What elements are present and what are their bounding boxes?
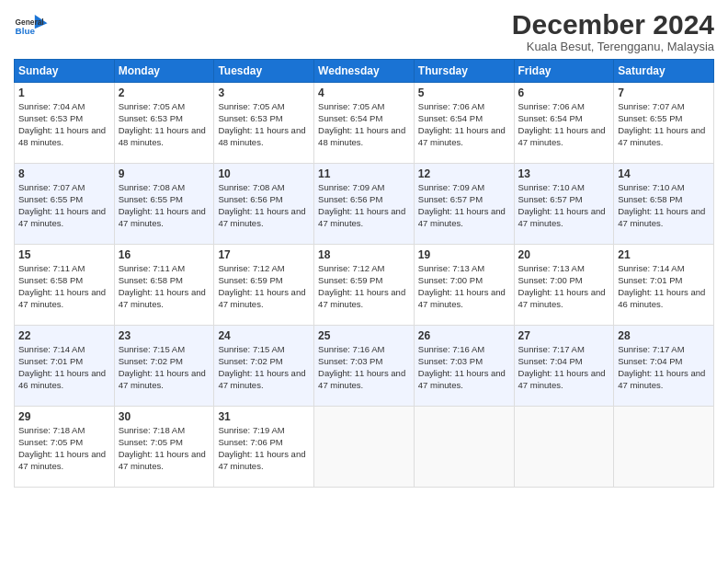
sunset-text: Sunset: 7:04 PM (618, 356, 682, 366)
sunset-text: Sunset: 6:55 PM (119, 194, 183, 204)
sunrise-text: Sunrise: 7:11 AM (18, 263, 85, 273)
day-number: 2 (119, 86, 210, 100)
day-number: 24 (218, 328, 310, 343)
table-row: 19Sunrise: 7:13 AMSunset: 7:00 PMDayligh… (414, 245, 514, 326)
table-row: 17Sunrise: 7:12 AMSunset: 6:59 PMDayligh… (214, 245, 314, 326)
col-monday: Monday (114, 60, 214, 83)
sunrise-text: Sunrise: 7:15 AM (119, 344, 185, 354)
sunrise-text: Sunrise: 7:07 AM (618, 101, 684, 111)
col-friday: Friday (514, 60, 614, 83)
sunrise-text: Sunrise: 7:06 AM (418, 101, 484, 111)
sunrise-text: Sunrise: 7:08 AM (218, 182, 284, 192)
daylight-text: Daylight: 11 hours and 47 minutes. (618, 368, 705, 390)
sunset-text: Sunset: 6:57 PM (418, 194, 483, 204)
daylight-text: Daylight: 11 hours and 47 minutes. (18, 449, 106, 471)
day-number: 29 (18, 409, 110, 424)
table-row: 3Sunrise: 7:05 AMSunset: 6:53 PMDaylight… (214, 83, 314, 164)
sunrise-text: Sunrise: 7:12 AM (318, 263, 384, 273)
daylight-text: Daylight: 11 hours and 47 minutes. (18, 287, 106, 309)
calendar-table: Sunday Monday Tuesday Wednesday Thursday… (14, 59, 714, 488)
daylight-text: Daylight: 11 hours and 47 minutes. (418, 368, 506, 390)
table-row: 1Sunrise: 7:04 AMSunset: 6:53 PMDaylight… (15, 83, 115, 164)
sunset-text: Sunset: 7:00 PM (418, 275, 483, 285)
sunset-text: Sunset: 6:58 PM (618, 194, 682, 204)
col-wednesday: Wednesday (314, 60, 415, 83)
day-number: 11 (318, 167, 410, 181)
sunset-text: Sunset: 7:00 PM (518, 275, 583, 285)
sunset-text: Sunset: 6:58 PM (18, 275, 83, 285)
table-row: 8Sunrise: 7:07 AMSunset: 6:55 PMDaylight… (15, 164, 115, 245)
day-number: 26 (418, 328, 510, 343)
sunrise-text: Sunrise: 7:19 AM (218, 425, 284, 435)
day-number: 25 (318, 328, 410, 343)
daylight-text: Daylight: 11 hours and 47 minutes. (318, 287, 405, 309)
calendar-week-row: 22Sunrise: 7:14 AMSunset: 7:01 PMDayligh… (15, 326, 714, 407)
sunrise-text: Sunrise: 7:18 AM (18, 425, 85, 435)
daylight-text: Daylight: 11 hours and 46 minutes. (18, 368, 106, 390)
calendar-header-row: Sunday Monday Tuesday Wednesday Thursday… (15, 60, 714, 83)
sunset-text: Sunset: 7:05 PM (119, 437, 183, 447)
table-row: 7Sunrise: 7:07 AMSunset: 6:55 PMDaylight… (614, 83, 714, 164)
sunset-text: Sunset: 6:55 PM (618, 113, 682, 123)
sunrise-text: Sunrise: 7:13 AM (418, 263, 484, 273)
sunrise-text: Sunrise: 7:18 AM (119, 425, 185, 435)
table-row: 21Sunrise: 7:14 AMSunset: 7:01 PMDayligh… (614, 245, 714, 326)
table-row: 12Sunrise: 7:09 AMSunset: 6:57 PMDayligh… (414, 164, 514, 245)
daylight-text: Daylight: 11 hours and 47 minutes. (418, 287, 506, 309)
sunrise-text: Sunrise: 7:04 AM (18, 101, 85, 111)
sunrise-text: Sunrise: 7:06 AM (518, 101, 585, 111)
sunrise-text: Sunrise: 7:11 AM (119, 263, 185, 273)
day-number: 4 (318, 86, 410, 100)
sunset-text: Sunset: 6:54 PM (518, 113, 583, 123)
logo-icon: General Blue (14, 9, 49, 44)
table-row (614, 407, 714, 488)
sunrise-text: Sunrise: 7:13 AM (518, 263, 585, 273)
sunset-text: Sunset: 6:53 PM (18, 113, 83, 123)
table-row: 29Sunrise: 7:18 AMSunset: 7:05 PMDayligh… (15, 407, 115, 488)
logo: General Blue (14, 9, 49, 44)
sunrise-text: Sunrise: 7:07 AM (18, 182, 85, 192)
header: General Blue December 2024 Kuala Besut, … (14, 9, 714, 53)
daylight-text: Daylight: 11 hours and 47 minutes. (518, 368, 606, 390)
day-number: 13 (518, 167, 610, 181)
table-row: 18Sunrise: 7:12 AMSunset: 6:59 PMDayligh… (314, 245, 415, 326)
table-row: 10Sunrise: 7:08 AMSunset: 6:56 PMDayligh… (214, 164, 314, 245)
col-saturday: Saturday (614, 60, 714, 83)
sunset-text: Sunset: 6:59 PM (218, 275, 282, 285)
table-row: 31Sunrise: 7:19 AMSunset: 7:06 PMDayligh… (214, 407, 314, 488)
sunrise-text: Sunrise: 7:14 AM (18, 344, 85, 354)
table-row: 24Sunrise: 7:15 AMSunset: 7:02 PMDayligh… (214, 326, 314, 407)
daylight-text: Daylight: 11 hours and 48 minutes. (18, 125, 106, 147)
day-number: 30 (119, 409, 210, 424)
day-number: 7 (618, 86, 710, 100)
daylight-text: Daylight: 11 hours and 47 minutes. (518, 206, 606, 228)
sunset-text: Sunset: 6:56 PM (218, 194, 282, 204)
sunset-text: Sunset: 7:03 PM (418, 356, 483, 366)
sunset-text: Sunset: 7:02 PM (119, 356, 183, 366)
sunset-text: Sunset: 7:06 PM (218, 437, 282, 447)
title-block: December 2024 Kuala Besut, Terengganu, M… (512, 9, 714, 53)
daylight-text: Daylight: 11 hours and 48 minutes. (218, 125, 305, 147)
table-row: 30Sunrise: 7:18 AMSunset: 7:05 PMDayligh… (114, 407, 214, 488)
sunrise-text: Sunrise: 7:15 AM (218, 344, 284, 354)
day-number: 12 (418, 167, 510, 181)
sunrise-text: Sunrise: 7:17 AM (518, 344, 585, 354)
subtitle: Kuala Besut, Terengganu, Malaysia (512, 40, 714, 53)
sunset-text: Sunset: 6:53 PM (218, 113, 282, 123)
daylight-text: Daylight: 11 hours and 47 minutes. (318, 206, 405, 228)
table-row: 26Sunrise: 7:16 AMSunset: 7:03 PMDayligh… (414, 326, 514, 407)
day-number: 28 (618, 328, 710, 343)
table-row: 9Sunrise: 7:08 AMSunset: 6:55 PMDaylight… (114, 164, 214, 245)
day-number: 15 (18, 247, 110, 262)
daylight-text: Daylight: 11 hours and 47 minutes. (518, 125, 606, 147)
page: General Blue December 2024 Kuala Besut, … (0, 0, 728, 563)
sunset-text: Sunset: 6:56 PM (318, 194, 382, 204)
daylight-text: Daylight: 11 hours and 47 minutes. (618, 206, 705, 228)
sunset-text: Sunset: 7:03 PM (318, 356, 382, 366)
month-title: December 2024 (512, 9, 714, 40)
day-number: 21 (618, 247, 710, 262)
sunrise-text: Sunrise: 7:05 AM (318, 101, 384, 111)
sunset-text: Sunset: 7:02 PM (218, 356, 282, 366)
day-number: 8 (18, 167, 110, 181)
daylight-text: Daylight: 11 hours and 46 minutes. (618, 287, 705, 309)
